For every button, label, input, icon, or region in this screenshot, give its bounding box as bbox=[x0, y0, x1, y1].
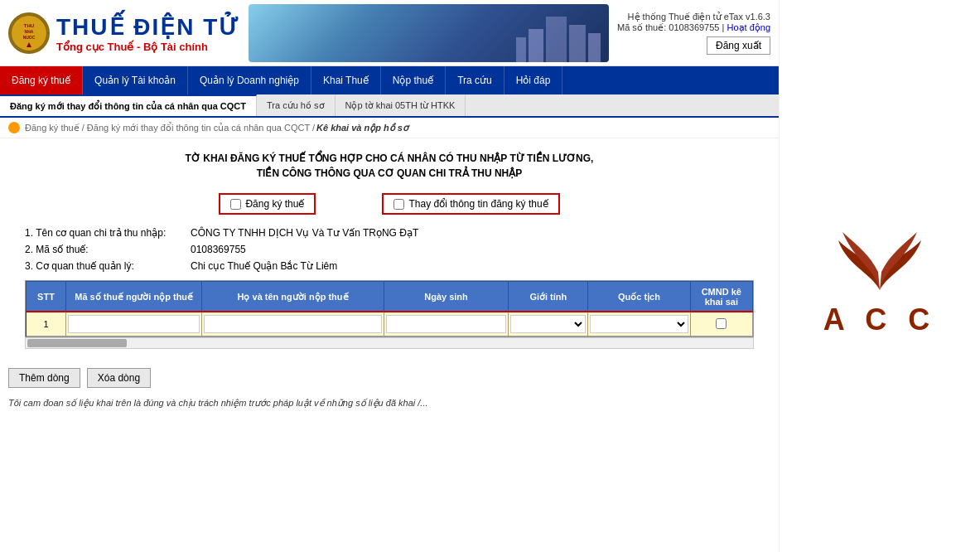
form-area: TỜ KHAI ĐĂNG KÝ THUẾ TỔNG HỢP CHO CÁ NHÂ… bbox=[0, 138, 779, 361]
cell-mst[interactable] bbox=[65, 312, 201, 337]
data-table: STT Mã số thuế người nộp thuế Họ và tên … bbox=[26, 281, 753, 337]
header: THU NHA NUOC THUẾ ĐIỆN TỬ Tổng cục Thuế … bbox=[0, 0, 779, 66]
horizontal-scrollbar[interactable] bbox=[25, 337, 754, 349]
xoa-dong-button[interactable]: Xóa dòng bbox=[87, 368, 151, 388]
nav-bar: Đăng ký thuế Quản lý Tài khoản Quản lý D… bbox=[0, 66, 779, 94]
nav-item-khai-thue[interactable]: Khai Thuế bbox=[311, 66, 381, 94]
cell-hoten[interactable] bbox=[202, 312, 384, 337]
nav-item-nop-thue[interactable]: Nộp thuế bbox=[381, 66, 446, 94]
breadcrumb-current: Kê khai và nộp hồ sơ bbox=[316, 123, 408, 133]
th-cmnd: CMND kê khai sai bbox=[690, 282, 752, 312]
input-mst[interactable] bbox=[68, 315, 200, 333]
nav-item-quan-ly-tai-khoan[interactable]: Quản lý Tài khoản bbox=[83, 66, 188, 94]
cell-quoctich[interactable]: Việt Nam bbox=[588, 312, 690, 337]
svg-text:NHA: NHA bbox=[25, 29, 34, 34]
cell-gioitinh[interactable]: Nam Nữ bbox=[509, 312, 588, 337]
logo-subtitle: Tổng cục Thuế - Bộ Tài chính bbox=[56, 41, 240, 53]
header-left: THU NHA NUOC THUẾ ĐIỆN TỬ Tổng cục Thuế … bbox=[8, 12, 240, 54]
breadcrumb-icon bbox=[8, 122, 20, 133]
header-banner bbox=[249, 4, 609, 62]
tab-tra-cuu-ho-so[interactable]: Tra cứu hồ sơ bbox=[257, 94, 336, 116]
radio-box-dang-ky: Đăng ký thuế bbox=[219, 193, 316, 215]
scroll-thumb[interactable] bbox=[27, 339, 127, 347]
acc-wings-icon bbox=[830, 215, 929, 298]
input-ngaysinh[interactable] bbox=[386, 315, 507, 333]
logo-title: THUẾ ĐIỆN TỬ bbox=[56, 13, 240, 41]
cell-stt: 1 bbox=[27, 312, 66, 337]
them-dong-button[interactable]: Thêm dòng bbox=[8, 368, 80, 388]
logo-emblem: THU NHA NUOC bbox=[8, 12, 50, 54]
acc-panel: A C C bbox=[779, 0, 980, 552]
nav-item-dang-ky-thue[interactable]: Đăng ký thuế bbox=[0, 66, 83, 94]
tab-bar: Đăng ký mới thay đổi thông tin của cá nh… bbox=[0, 94, 779, 118]
svg-text:THU: THU bbox=[24, 23, 34, 28]
main-content: THU NHA NUOC THUẾ ĐIỆN TỬ Tổng cục Thuế … bbox=[0, 0, 779, 552]
th-stt: STT bbox=[27, 282, 66, 312]
th-ngaysinh: Ngày sinh bbox=[384, 282, 509, 312]
table-container: STT Mã số thuế người nộp thuế Họ và tên … bbox=[25, 280, 754, 337]
th-quoctich: Quốc tịch bbox=[588, 282, 690, 312]
input-hoten[interactable] bbox=[204, 315, 381, 333]
logo-text: THUẾ ĐIỆN TỬ Tổng cục Thuế - Bộ Tài chín… bbox=[56, 13, 240, 53]
th-gioitinh: Giới tính bbox=[509, 282, 588, 312]
cell-ngaysinh[interactable] bbox=[384, 312, 509, 337]
select-gioitinh[interactable]: Nam Nữ bbox=[510, 315, 586, 333]
system-name: Hệ thống Thuế điện tử eTax v1.6.3 bbox=[617, 12, 770, 22]
form-fields: 1. Tên cơ quan chi trả thu nhập: CÔNG TY… bbox=[17, 227, 762, 272]
cell-cmnd[interactable] bbox=[690, 312, 752, 337]
tax-code-display: Mã số thuế: 0108369755 | Hoạt động bbox=[617, 22, 770, 33]
tab-nop-to-khai[interactable]: Nộp tờ khai 05TH từ HTKK bbox=[336, 94, 466, 116]
btn-area: Thêm dòng Xóa dòng bbox=[0, 361, 779, 395]
tab-dang-ky-moi[interactable]: Đăng ký mới thay đổi thông tin của cá nh… bbox=[0, 94, 257, 116]
nav-item-hoi-dap[interactable]: Hỏi đáp bbox=[504, 66, 563, 94]
logout-button[interactable]: Đăng xuất bbox=[707, 36, 770, 55]
acc-text: A C C bbox=[823, 303, 937, 337]
table-scroll[interactable]: STT Mã số thuế người nộp thuế Họ và tên … bbox=[26, 281, 753, 337]
header-right: Hệ thống Thuế điện tử eTax v1.6.3 Mã số … bbox=[617, 12, 770, 55]
form-row-1: 1. Tên cơ quan chi trả thu nhập: CÔNG TY… bbox=[25, 227, 754, 239]
form-title: TỜ KHAI ĐĂNG KÝ THUẾ TỔNG HỢP CHO CÁ NHÂ… bbox=[17, 151, 762, 181]
nav-item-quan-ly-doanh-nghiep[interactable]: Quản lý Doanh nghiệp bbox=[188, 66, 311, 94]
breadcrumb: Đăng ký thuế / Đăng ký mới thay đổi thôn… bbox=[0, 118, 779, 138]
checkbox-cmnd[interactable] bbox=[716, 318, 727, 329]
select-quoctich[interactable]: Việt Nam bbox=[590, 315, 688, 333]
th-mst: Mã số thuế người nộp thuế bbox=[65, 282, 201, 312]
radio-options: Đăng ký thuế Thay đổi thông tin đăng ký … bbox=[17, 193, 762, 215]
svg-text:NUOC: NUOC bbox=[23, 35, 36, 40]
acc-logo: A C C bbox=[823, 215, 937, 337]
form-row-3: 3. Cơ quan thuế quản lý: Chi cục Thuế Qu… bbox=[25, 260, 754, 272]
footer-text: Tôi cam đoan số liệu khai trên là đúng v… bbox=[0, 395, 779, 412]
th-hoten: Họ và tên người nộp thuế bbox=[202, 282, 384, 312]
radio-box-thay-doi: Thay đổi thông tin đăng ký thuế bbox=[382, 193, 559, 215]
table-row: 1 Nam Nữ bbox=[27, 312, 753, 337]
checkbox-dang-ky-thue[interactable] bbox=[230, 199, 241, 210]
nav-item-tra-cuu[interactable]: Tra cứu bbox=[446, 66, 504, 94]
form-row-2: 2. Mã số thuế: 0108369755 bbox=[25, 244, 754, 255]
checkbox-thay-doi[interactable] bbox=[393, 199, 404, 210]
